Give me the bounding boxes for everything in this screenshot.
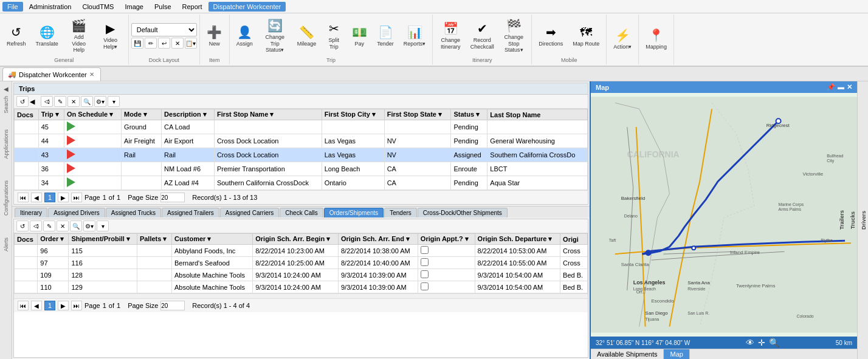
- orders-scrollbar[interactable]: [14, 293, 588, 298]
- col-arr-end[interactable]: Origin Sch. Arr. End ▾: [338, 234, 418, 245]
- action-button[interactable]: ⚡ Action▾: [609, 21, 636, 56]
- list-item[interactable]: 110 129 Absolute Machine Tools 9/3/2014 …: [15, 281, 588, 293]
- appt-checkbox[interactable]: [421, 282, 429, 290]
- menu-pulse[interactable]: Pulse: [150, 2, 176, 12]
- tab-assigned-drivers[interactable]: Assigned Drivers: [48, 208, 105, 217]
- dock-more-button[interactable]: 📋▾: [185, 38, 197, 49]
- orders-first-page[interactable]: ⏮: [18, 301, 29, 310]
- col-city[interactable]: First Stop City ▾: [322, 109, 384, 120]
- page-size-input[interactable]: [160, 193, 185, 202]
- search-sidebar-label[interactable]: Search: [2, 95, 10, 115]
- mileage-button[interactable]: 📏 Mileage: [293, 18, 321, 53]
- map-close-button[interactable]: ✕: [847, 83, 852, 91]
- pay-button[interactable]: 💵 Pay: [347, 18, 371, 53]
- col-status[interactable]: Status ▾: [451, 109, 487, 120]
- video-help-button[interactable]: ▶ Video Help▾: [95, 18, 126, 53]
- col-shipment[interactable]: Shipment/Probill ▾: [69, 234, 137, 245]
- orders-more-button[interactable]: ▾: [97, 221, 109, 231]
- tab-cross-dock[interactable]: Cross-Dock/Other Shipments: [418, 208, 508, 217]
- available-shipments-tab[interactable]: Available Shipments: [591, 349, 664, 359]
- map-pan-button[interactable]: ✛: [758, 338, 765, 347]
- orders-delete-button[interactable]: ✕: [57, 221, 69, 231]
- change-status-button[interactable]: 🔄 Change Trip Status▾: [258, 18, 292, 53]
- orders-prev-page[interactable]: ◀: [31, 301, 42, 310]
- map-eye-button[interactable]: 👁: [746, 338, 754, 347]
- menu-report[interactable]: Report: [177, 2, 207, 12]
- menu-administration[interactable]: Administration: [24, 2, 77, 12]
- col-last-stop[interactable]: Last Stop Name: [487, 109, 588, 120]
- apps-sidebar-label[interactable]: Applications: [2, 128, 10, 160]
- map-minimize-button[interactable]: ▬: [838, 83, 844, 91]
- tab-assigned-carriers[interactable]: Assigned Carriers: [220, 208, 279, 217]
- next-page-button[interactable]: ▶: [58, 193, 69, 202]
- alerts-sidebar-label[interactable]: Alerts: [2, 236, 10, 253]
- trips-edit-button[interactable]: ✎: [54, 96, 66, 107]
- map-pin-button[interactable]: 📌: [827, 83, 835, 91]
- orders-refresh-button[interactable]: ↺: [16, 221, 29, 231]
- tab-close-button[interactable]: ✕: [89, 71, 94, 78]
- config-sidebar-label[interactable]: Configurations: [2, 179, 10, 217]
- change-itinerary-button[interactable]: 📅 Change Itinerary: [435, 18, 466, 53]
- map-svg[interactable]: Bakersfield Delano Taft Ridgecrest Victo…: [591, 93, 857, 337]
- table-row[interactable]: 44 Air Freight Air Export Cross Dock Loc…: [15, 134, 588, 148]
- table-row[interactable]: 34 AZ Load #4 Southern California CrossD…: [15, 176, 588, 190]
- record-checkcall-button[interactable]: ✔ Record Checkcall: [467, 18, 497, 53]
- orders-settings-button[interactable]: ⚙▾: [83, 221, 95, 231]
- map-tab[interactable]: Map: [664, 349, 689, 359]
- trips-more-button[interactable]: ▾: [108, 96, 120, 107]
- col-customer[interactable]: Customer ▾: [171, 234, 252, 245]
- trips-refresh-button[interactable]: ↺: [16, 96, 29, 107]
- col-departure[interactable]: Origin Sch. Departure ▾: [475, 234, 560, 245]
- tab-orders-shipments[interactable]: Orders/Shipments: [324, 208, 384, 217]
- assign-button[interactable]: 👤 Assign: [232, 18, 257, 53]
- trips-filter-button[interactable]: ⏿: [41, 96, 53, 107]
- dock-delete-button[interactable]: ✕: [171, 38, 184, 49]
- prev-page-button[interactable]: ◀: [31, 193, 42, 202]
- orders-next-page[interactable]: ▶: [58, 301, 69, 310]
- col-first-stop[interactable]: First Stop Name ▾: [214, 109, 322, 120]
- menu-file[interactable]: File: [2, 2, 23, 12]
- new-button[interactable]: ➕ New: [202, 18, 227, 53]
- refresh-button[interactable]: ↺ Refresh: [2, 18, 30, 53]
- col-schedule[interactable]: On Schedule ▾: [64, 109, 121, 120]
- dock-save-button[interactable]: 💾: [131, 38, 143, 49]
- split-trip-button[interactable]: ✂ Split Trip: [322, 18, 346, 53]
- change-stop-button[interactable]: 🏁 Change Stop Status▾: [498, 18, 529, 53]
- table-row[interactable]: 45 Ground CA Load Pending: [15, 120, 588, 134]
- list-item[interactable]: 109 128 Absolute Machine Tools 9/3/2014 …: [15, 269, 588, 281]
- col-origin[interactable]: Origi: [560, 234, 588, 245]
- reports-button[interactable]: 📊 Reports▾: [399, 18, 430, 53]
- col-state[interactable]: First Stop State ▾: [384, 109, 451, 120]
- col-arr-begin[interactable]: Origin Sch. Arr. Begin ▾: [253, 234, 339, 245]
- orders-search-button[interactable]: 🔍: [70, 221, 82, 231]
- orders-filter-button[interactable]: ⏿: [30, 221, 42, 231]
- col-desc[interactable]: Description ▾: [162, 109, 215, 120]
- col-trip[interactable]: Trip ▾: [38, 109, 64, 120]
- map-route-button[interactable]: 🗺 Map Route: [568, 18, 604, 53]
- col-mode[interactable]: Mode ▾: [122, 109, 162, 120]
- list-item[interactable]: 97 116 Bernard's Seafood 8/22/2014 10:25…: [15, 257, 588, 269]
- menu-cloudtms[interactable]: CloudTMS: [77, 2, 119, 12]
- orders-page-size-input[interactable]: [160, 301, 185, 310]
- tab-tenders[interactable]: Tenders: [384, 208, 417, 217]
- trips-settings-button[interactable]: ⚙▾: [94, 96, 106, 107]
- nav-prev-btn[interactable]: ◀: [30, 98, 40, 106]
- orders-edit-button[interactable]: ✎: [43, 221, 55, 231]
- directions-button[interactable]: ➡ Directions: [534, 18, 567, 53]
- table-row[interactable]: 43 Rail Rail Cross Dock Location Las Veg…: [15, 148, 588, 162]
- list-item[interactable]: 96 115 Abbyland Foods, Inc 8/22/2014 10:…: [15, 245, 588, 257]
- sidebar-arrow-icon[interactable]: ◀: [1, 84, 11, 94]
- add-video-button[interactable]: 🎬 Add Video Help: [64, 18, 94, 53]
- menu-dispatcher[interactable]: Dispatcher Workcenter: [208, 2, 286, 12]
- table-row[interactable]: 36 NM Load #6 Premier Transportation Lon…: [15, 162, 588, 176]
- dispatcher-tab[interactable]: 🚚 Dispatcher Workcenter ✕: [2, 67, 101, 81]
- col-pallets[interactable]: Pallets ▾: [137, 234, 171, 245]
- trips-search-button[interactable]: 🔍: [81, 96, 93, 107]
- menu-image[interactable]: Image: [120, 2, 148, 12]
- trailers-sidebar-item[interactable]: Trailers: [838, 209, 846, 231]
- drivers-sidebar-item[interactable]: Drivers: [859, 210, 868, 231]
- col-appt[interactable]: Origin Appt.? ▾: [418, 234, 475, 245]
- dock-layout-dropdown[interactable]: Default: [131, 23, 197, 36]
- map-search-footer-button[interactable]: 🔍: [769, 338, 779, 347]
- mapping-button[interactable]: 📍 Mapping: [641, 21, 671, 56]
